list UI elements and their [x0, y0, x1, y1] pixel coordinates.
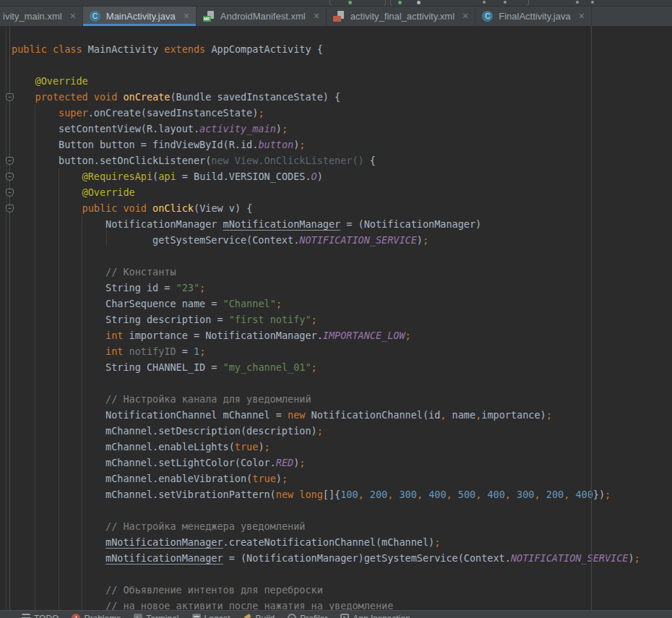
code-line[interactable]: int importance = NotificationManager.IMP…: [12, 327, 672, 343]
code-token: ;: [434, 536, 440, 548]
app-inspection-icon: [340, 614, 349, 618]
toolbar-icon[interactable]: [504, 1, 507, 4]
code-token: ,: [447, 489, 458, 500]
code-line[interactable]: [12, 57, 672, 73]
run-config-widget-outline[interactable]: [329, 0, 386, 7]
code-token: "my_channel_01": [223, 361, 311, 373]
code-token: []{: [323, 489, 340, 500]
toolbar-icon[interactable]: [576, 1, 579, 4]
tab-close-icon[interactable]: ×: [184, 11, 189, 21]
code-line[interactable]: // Обьявление интентов для переброски: [12, 582, 672, 598]
code-line[interactable]: [12, 375, 672, 391]
code-token: (View v) {: [194, 202, 252, 214]
editor-tab-activity-final-acttivity-xml[interactable]: activity_final_acttivity.xml×: [327, 6, 475, 26]
toolwindow-button-todo[interactable]: TODO: [22, 614, 59, 618]
toolwindow-button-logcat[interactable]: Logcat: [192, 614, 231, 618]
toolwindow-button-profiler[interactable]: Profiler: [288, 614, 327, 618]
editor-tab-ivity-main-xml[interactable]: ivity_main.xml×: [0, 6, 83, 26]
code-token: Button button = findViewById(R.id.: [12, 139, 258, 150]
code-token: extends: [164, 43, 211, 55]
tab-close-icon[interactable]: ×: [579, 11, 585, 21]
code-line[interactable]: String description = "first notify";: [12, 312, 672, 327]
code-line[interactable]: NotificationManager mNotificationManager…: [12, 216, 672, 232]
code-line[interactable]: mChannel.setVibrationPattern(new long[]{…: [12, 486, 672, 502]
code-token: mNotificationManager: [223, 218, 341, 230]
toolbar-icon[interactable]: [591, 1, 594, 4]
code-line[interactable]: [12, 248, 672, 264]
fold-marker-icon[interactable]: −: [6, 157, 14, 165]
code-line[interactable]: CharSequence name = "Channel";: [12, 296, 672, 312]
code-line[interactable]: [12, 502, 672, 518]
code-token: button: [258, 139, 293, 150]
code-line[interactable]: getSystemService(Context.NOTIFICATION_SE…: [12, 232, 672, 248]
code-line[interactable]: setContentView(R.layout.activity_main);: [12, 121, 672, 137]
code-line[interactable]: protected void onCreate(Bundle savedInst…: [12, 89, 672, 105]
editor-tab-androidmanifest-xml[interactable]: MFAndroidManifest.xml×: [197, 6, 327, 26]
code-token: String CHANNEL_ID =: [12, 361, 223, 373]
code-token: public void: [82, 202, 153, 214]
tab-close-icon[interactable]: ×: [314, 11, 319, 21]
code-line[interactable]: super.onCreate(savedInstanceState);: [12, 105, 672, 121]
code-line[interactable]: mNotificationManager.createNotificationC…: [12, 534, 672, 550]
code-token: mChannel.enableVibration(: [12, 473, 252, 484]
code-token: // Константы: [105, 266, 176, 278]
run-icon[interactable]: [348, 1, 352, 4]
code-line[interactable]: @RequiresApi(api = Build.VERSION_CODES.O…: [12, 168, 672, 184]
code-line[interactable]: [12, 566, 672, 582]
code-token: CharSequence name =: [12, 298, 223, 309]
code-token: NotificationManager: [12, 218, 223, 230]
code-token: ): [258, 441, 264, 452]
code-line[interactable]: button.setOnClickListener(new View.OnCli…: [12, 153, 672, 168]
fold-marker-icon[interactable]: −: [6, 205, 14, 213]
toolwindow-button-build[interactable]: Build: [244, 614, 275, 618]
code-token: (: [152, 171, 158, 182]
code-line[interactable]: mChannel.setDescription(description);: [12, 423, 672, 439]
code-token: "Channel": [223, 298, 276, 309]
code-line[interactable]: mChannel.enableLights(true);: [12, 439, 672, 455]
tab-close-icon[interactable]: ×: [70, 11, 76, 21]
editor-tab-finalacttivity-java[interactable]: CFinalActtivity.java×: [475, 6, 592, 26]
code-token: true: [252, 473, 276, 484]
code-line[interactable]: // Константы: [12, 264, 672, 280]
toolbar-widget-outline[interactable]: [390, 0, 529, 7]
code-line[interactable]: String id = "23";: [12, 280, 672, 296]
toolwindow-button-app-inspection[interactable]: App Inspection: [340, 614, 410, 618]
fold-marker-icon[interactable]: −: [6, 93, 14, 101]
code-token: 400: [487, 489, 504, 500]
code-area[interactable]: public class MainActivity extends AppCom…: [0, 26, 672, 614]
code-line[interactable]: mChannel.enableVibration(true);: [12, 471, 672, 486]
code-line[interactable]: @Override: [12, 184, 672, 200]
code-line[interactable]: mChannel.setLightColor(Color.RED);: [12, 455, 672, 471]
code-token: [12, 75, 35, 87]
toolwindow-button-terminal[interactable]: >_Terminal: [134, 614, 178, 618]
code-token: NOTIFICATION_SERVICE: [299, 234, 417, 246]
code-token: String id =: [12, 282, 176, 293]
code-token: // Обьявление интентов для переброски: [105, 584, 323, 596]
code-line[interactable]: // Настройка канала для уведомлений: [12, 391, 672, 407]
code-line[interactable]: NotificationChannel mChannel = new Notif…: [12, 407, 672, 423]
code-token: ): [276, 123, 282, 134]
code-line[interactable]: Button button = findViewById(R.id.button…: [12, 137, 672, 153]
fold-marker-icon[interactable]: −: [6, 173, 14, 181]
code-token: ;: [282, 473, 288, 484]
code-line[interactable]: // Настройка менеджера уведомлений: [12, 518, 672, 534]
tab-close-icon[interactable]: ×: [462, 11, 468, 21]
toolwindow-button-problems[interactable]: !Problems: [72, 614, 121, 618]
code-editor[interactable]: public class MainActivity extends AppCom…: [0, 26, 672, 618]
code-line[interactable]: public class MainActivity extends AppCom…: [12, 41, 672, 57]
code-token: 300: [399, 489, 416, 500]
fold-marker-icon[interactable]: −: [6, 189, 14, 197]
code-line[interactable]: public void onClick(View v) {: [12, 200, 672, 216]
editor-tab-mainactivity-java[interactable]: CMainActivity.java×: [83, 6, 197, 26]
code-token: ;: [546, 409, 552, 421]
code-line[interactable]: mNotificationManager = (NotificationMana…: [12, 550, 672, 566]
code-line[interactable]: String CHANNEL_ID = "my_channel_01";: [12, 359, 672, 375]
code-line[interactable]: int notifyID = 1;: [12, 343, 672, 359]
toolbar-icon[interactable]: [483, 1, 486, 4]
toolbar-icon[interactable]: [417, 1, 421, 4]
code-line[interactable]: @Override: [12, 73, 672, 89]
code-token: ,: [358, 489, 370, 500]
code-token: notifyID: [129, 346, 176, 357]
run-icon[interactable]: [398, 1, 402, 4]
code-token: @RequiresApi: [82, 171, 153, 182]
